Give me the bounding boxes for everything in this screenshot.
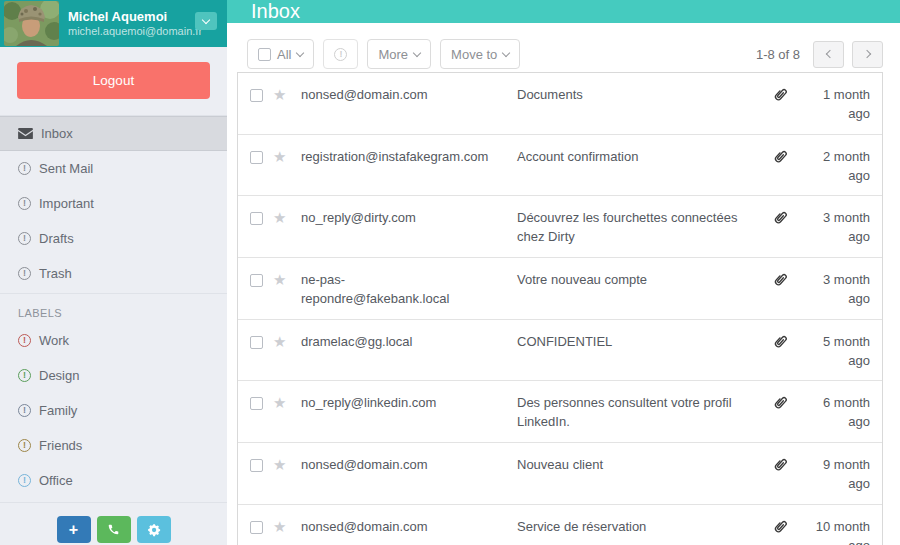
info-button[interactable] (323, 39, 358, 69)
email-subject: Account confirmation (517, 148, 773, 186)
toolbar: All More Move to 1-8 of 8 (227, 23, 900, 69)
gear-icon (147, 523, 161, 537)
sidebar-label-office[interactable]: Office (0, 463, 227, 498)
select-all-checkbox[interactable] (258, 48, 271, 61)
paperclip-icon (773, 209, 803, 247)
label-nav: Work Design Family Friends Office (0, 323, 227, 498)
select-all-button[interactable]: All (247, 39, 314, 69)
email-time: 9 month ago (803, 456, 870, 494)
main-header: Inbox (227, 0, 900, 23)
email-sender: no_reply@linkedin.com (301, 394, 517, 432)
toolbar-buttons: All More Move to (247, 39, 520, 69)
email-row[interactable]: ★ no_reply@linkedin.com Des personnes co… (238, 380, 882, 442)
paperclip-icon (773, 271, 803, 309)
email-row[interactable]: ★ registration@instafakegram.com Account… (238, 134, 882, 196)
sidebar-item-inbox[interactable]: Inbox (0, 116, 227, 151)
email-checkbox[interactable] (250, 459, 263, 472)
email-row[interactable]: ★ nonsed@domain.com Documents 1 month ag… (238, 73, 882, 134)
email-sender: ne-pas-repondre@fakebank.local (301, 271, 517, 309)
email-sender: nonsed@domain.com (301, 86, 517, 124)
sidebar-label-friends[interactable]: Friends (0, 428, 227, 463)
star-icon[interactable]: ★ (273, 334, 301, 371)
more-button[interactable]: More (367, 39, 431, 69)
email-subject: Service de réservation (517, 518, 773, 545)
left-column: Michel Aquemoi michel.aquemoi@domain.fr … (0, 0, 227, 545)
settings-button[interactable]: + (137, 516, 171, 543)
paperclip-icon (773, 333, 803, 371)
email-checkbox[interactable] (250, 151, 263, 164)
email-row[interactable]: ★ nonsed@domain.com Service de réservati… (238, 504, 882, 545)
alert-circle-icon (334, 48, 347, 61)
pagination-range: 1-8 of 8 (756, 47, 800, 62)
sidebar-item-drafts[interactable]: Drafts (0, 221, 227, 256)
email-checkbox[interactable] (250, 521, 263, 534)
sidebar-item-label: Drafts (39, 231, 74, 246)
email-sender: registration@instafakegram.com (301, 148, 517, 186)
star-icon[interactable]: ★ (273, 457, 301, 494)
prev-page-button[interactable] (813, 41, 844, 68)
email-subject: Documents (517, 86, 773, 124)
alert-circle-icon (18, 369, 31, 382)
email-checkbox[interactable] (250, 397, 263, 410)
email-row[interactable]: ★ nonsed@domain.com Nouveau client 9 mon… (238, 442, 882, 504)
sidebar-item-label: Sent Mail (39, 161, 93, 176)
email-row[interactable]: ★ ne-pas-repondre@fakebank.local Votre n… (238, 257, 882, 319)
email-time: 6 month ago (803, 394, 870, 432)
email-list: ★ nonsed@domain.com Documents 1 month ag… (237, 72, 883, 545)
email-checkbox[interactable] (250, 336, 263, 349)
email-sender: nonsed@domain.com (301, 456, 517, 494)
sidebar-label-text: Design (39, 368, 79, 383)
chevron-left-icon (825, 50, 833, 58)
paperclip-icon (773, 148, 803, 186)
user-name: Michel Aquemoi (68, 9, 202, 25)
compose-button[interactable]: + (57, 516, 91, 543)
email-checkbox[interactable] (250, 212, 263, 225)
email-time: 2 month ago (803, 148, 870, 186)
sidebar-item-sent-mail[interactable]: Sent Mail (0, 151, 227, 186)
email-subject: Nouveau client (517, 456, 773, 494)
sidebar-label-text: Work (39, 333, 69, 348)
email-sender: dramelac@gg.local (301, 333, 517, 371)
chevron-right-icon (862, 50, 870, 58)
alert-circle-icon (18, 334, 31, 347)
star-icon[interactable]: ★ (273, 272, 301, 309)
logout-section: Logout (0, 47, 227, 116)
sidebar-label-design[interactable]: Design (0, 358, 227, 393)
sidebar-label-family[interactable]: Family (0, 393, 227, 428)
move-to-button[interactable]: Move to (440, 39, 520, 69)
star-icon[interactable]: ★ (273, 87, 301, 124)
next-page-button[interactable] (852, 41, 883, 68)
sidebar: Logout Inbox Sent Mail Imp (0, 47, 227, 545)
sidebar-action-bar: + + + (0, 502, 227, 545)
email-row[interactable]: ★ no_reply@dirty.com Découvrez les fourc… (238, 195, 882, 257)
email-checkbox[interactable] (250, 89, 263, 102)
more-label: More (378, 47, 408, 62)
sidebar-label-work[interactable]: Work (0, 323, 227, 358)
chevron-down-icon (502, 48, 510, 56)
user-panel: Michel Aquemoi michel.aquemoi@domain.fr (0, 0, 227, 47)
paperclip-icon (773, 86, 803, 124)
avatar (4, 1, 59, 46)
sidebar-item-important[interactable]: Important (0, 186, 227, 221)
sidebar-item-trash[interactable]: Trash (0, 256, 227, 291)
sidebar-item-label: Trash (39, 266, 72, 281)
star-icon[interactable]: ★ (273, 149, 301, 186)
star-icon[interactable]: ★ (273, 519, 301, 545)
call-button[interactable]: + (97, 516, 131, 543)
user-menu-button[interactable] (195, 12, 217, 30)
email-row[interactable]: ★ dramelac@gg.local CONFIDENTIEL 5 month… (238, 319, 882, 381)
star-icon[interactable]: ★ (273, 395, 301, 432)
plus-icon: + (69, 522, 78, 538)
pagination: 1-8 of 8 (756, 41, 883, 68)
mail-icon (18, 128, 33, 140)
alert-circle-icon (18, 162, 31, 175)
email-time: 3 month ago (803, 271, 870, 309)
logout-button[interactable]: Logout (17, 62, 210, 99)
email-subject: CONFIDENTIEL (517, 333, 773, 371)
page-title: Inbox (251, 0, 300, 23)
chevron-down-icon (202, 16, 210, 24)
email-checkbox[interactable] (250, 274, 263, 287)
star-icon[interactable]: ★ (273, 210, 301, 247)
sidebar-label-text: Friends (39, 438, 82, 453)
main-column: Inbox All More Move to (227, 0, 900, 545)
